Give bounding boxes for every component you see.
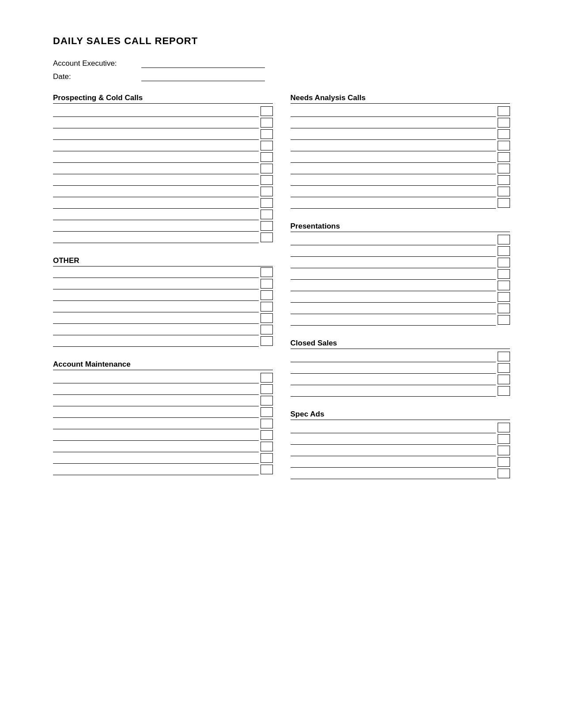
row-box[interactable] xyxy=(498,269,510,279)
row-box[interactable] xyxy=(498,235,510,244)
row-box[interactable] xyxy=(261,419,273,428)
row-box[interactable] xyxy=(261,396,273,405)
row-box[interactable] xyxy=(261,221,273,231)
row-box[interactable] xyxy=(261,325,273,334)
row-line[interactable] xyxy=(53,418,259,429)
row-line[interactable] xyxy=(291,351,496,362)
row-line[interactable] xyxy=(291,257,496,268)
row-line[interactable] xyxy=(53,324,259,335)
row-line[interactable] xyxy=(291,151,496,163)
row-box[interactable] xyxy=(498,164,510,173)
row-line[interactable] xyxy=(291,245,496,257)
row-box[interactable] xyxy=(261,198,273,208)
row-box[interactable] xyxy=(261,279,273,289)
row-box[interactable] xyxy=(261,430,273,440)
row-line[interactable] xyxy=(291,445,496,456)
row-box[interactable] xyxy=(261,187,273,196)
row-box[interactable] xyxy=(261,442,273,451)
row-box[interactable] xyxy=(261,164,273,173)
row-box[interactable] xyxy=(498,446,510,455)
row-line[interactable] xyxy=(291,422,496,433)
row-line[interactable] xyxy=(291,456,496,468)
row-line[interactable] xyxy=(291,291,496,303)
row-line[interactable] xyxy=(53,128,259,140)
row-box[interactable] xyxy=(261,302,273,311)
row-box[interactable] xyxy=(498,457,510,467)
row-box[interactable] xyxy=(498,141,510,150)
row-line[interactable] xyxy=(53,335,259,347)
row-box[interactable] xyxy=(498,423,510,432)
row-line[interactable] xyxy=(53,140,259,151)
row-line[interactable] xyxy=(291,174,496,186)
row-box[interactable] xyxy=(498,198,510,208)
row-box[interactable] xyxy=(261,141,273,150)
row-line[interactable] xyxy=(53,186,259,197)
row-line[interactable] xyxy=(53,232,259,243)
row-box[interactable] xyxy=(261,453,273,463)
row-line[interactable] xyxy=(291,385,496,397)
row-line[interactable] xyxy=(53,312,259,324)
row-box[interactable] xyxy=(498,386,510,396)
account-executive-line[interactable] xyxy=(141,59,265,68)
row-box[interactable] xyxy=(261,233,273,242)
row-line[interactable] xyxy=(53,220,259,232)
row-line[interactable] xyxy=(291,433,496,445)
row-line[interactable] xyxy=(53,429,259,441)
row-line[interactable] xyxy=(291,280,496,291)
row-box[interactable] xyxy=(498,292,510,302)
row-box[interactable] xyxy=(261,267,273,277)
row-line[interactable] xyxy=(53,197,259,209)
row-box[interactable] xyxy=(261,106,273,116)
row-line[interactable] xyxy=(291,186,496,197)
row-line[interactable] xyxy=(291,362,496,374)
row-box[interactable] xyxy=(498,315,510,325)
row-box[interactable] xyxy=(261,175,273,185)
row-box[interactable] xyxy=(498,258,510,267)
row-line[interactable] xyxy=(53,441,259,452)
row-line[interactable] xyxy=(291,105,496,117)
row-line[interactable] xyxy=(53,406,259,418)
row-line[interactable] xyxy=(53,117,259,128)
row-box[interactable] xyxy=(498,281,510,290)
row-line[interactable] xyxy=(291,268,496,280)
row-line[interactable] xyxy=(53,163,259,174)
row-box[interactable] xyxy=(261,407,273,417)
row-line[interactable] xyxy=(53,383,259,395)
row-line[interactable] xyxy=(53,105,259,117)
row-box[interactable] xyxy=(498,363,510,373)
row-line[interactable] xyxy=(53,372,259,383)
row-line[interactable] xyxy=(291,374,496,385)
row-line[interactable] xyxy=(291,314,496,326)
row-box[interactable] xyxy=(498,106,510,116)
row-box[interactable] xyxy=(261,129,273,139)
row-box[interactable] xyxy=(498,246,510,256)
row-box[interactable] xyxy=(498,129,510,139)
row-box[interactable] xyxy=(261,465,273,474)
row-box[interactable] xyxy=(261,118,273,128)
date-line[interactable] xyxy=(141,72,265,81)
row-line[interactable] xyxy=(291,468,496,479)
row-line[interactable] xyxy=(53,301,259,312)
row-box[interactable] xyxy=(261,210,273,219)
row-line[interactable] xyxy=(53,289,259,301)
row-line[interactable] xyxy=(53,395,259,406)
row-line[interactable] xyxy=(291,128,496,140)
row-line[interactable] xyxy=(53,452,259,464)
row-box[interactable] xyxy=(498,187,510,196)
row-box[interactable] xyxy=(261,373,273,383)
row-line[interactable] xyxy=(291,117,496,128)
row-line[interactable] xyxy=(291,234,496,245)
row-line[interactable] xyxy=(53,174,259,186)
row-line[interactable] xyxy=(291,140,496,151)
row-line[interactable] xyxy=(291,197,496,209)
row-box[interactable] xyxy=(261,313,273,323)
row-box[interactable] xyxy=(498,352,510,361)
row-box[interactable] xyxy=(498,434,510,444)
row-box[interactable] xyxy=(498,175,510,185)
row-box[interactable] xyxy=(261,290,273,300)
row-line[interactable] xyxy=(53,151,259,163)
row-box[interactable] xyxy=(498,375,510,384)
row-box[interactable] xyxy=(261,384,273,394)
row-line[interactable] xyxy=(291,303,496,314)
row-line[interactable] xyxy=(53,464,259,475)
